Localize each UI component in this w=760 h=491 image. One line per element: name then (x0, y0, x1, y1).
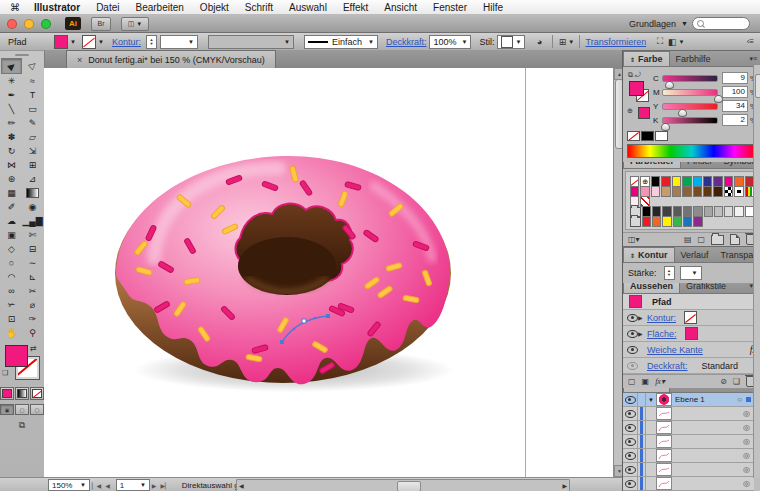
tool-type[interactable]: T (22, 88, 43, 102)
workspace-switcher[interactable]: Grundlagen ▼ (629, 19, 692, 29)
attribute-link[interactable]: Fläche: (647, 329, 677, 339)
menu-item-hilfe[interactable]: Hilfe (475, 2, 511, 13)
tool-eyedropper[interactable]: ✐ (1, 200, 22, 214)
none-swatch[interactable] (627, 131, 640, 141)
donut-artwork[interactable] (44, 68, 613, 477)
zoom-window-button[interactable] (41, 19, 51, 29)
appearance-row[interactable]: Deckkraft:Standard (623, 358, 760, 374)
edit-column[interactable] (638, 477, 646, 490)
anchor-point[interactable] (326, 314, 330, 318)
tool-magic-wand[interactable]: ✳ (1, 74, 22, 88)
close-window-button[interactable] (7, 19, 17, 29)
edit-column[interactable] (638, 407, 646, 420)
clear-appearance-icon[interactable]: ⊘ (720, 377, 727, 386)
menu-item-effekt[interactable]: Effekt (335, 2, 376, 13)
last-artboard-button[interactable]: ▶▏ (158, 482, 171, 489)
collapse-control-bar-icon[interactable]: ‹≡ (747, 37, 754, 46)
tool-slice[interactable]: ✄ (22, 228, 43, 242)
tool-perspective-grid[interactable]: ⊿ (22, 172, 43, 186)
new-art-basic-icon[interactable]: ▣ (642, 377, 650, 386)
tool-curvature[interactable]: ∼ (22, 256, 43, 270)
gradient-mode-button[interactable] (15, 387, 29, 400)
tab-verlauf[interactable]: Verlauf (675, 248, 715, 262)
path-row[interactable]: ◎ (623, 407, 754, 421)
expand-arrow-icon[interactable]: ▶ (638, 330, 647, 337)
arrange-button[interactable]: ◧▼ (668, 35, 684, 48)
apple-menu-icon[interactable]: ⌘ (0, 2, 26, 13)
tool-spiral[interactable]: ∞ (1, 284, 22, 298)
tool-gradient[interactable] (22, 186, 43, 200)
visibility-eye-icon[interactable] (627, 362, 638, 370)
scroll-left-arrow[interactable]: ◀ (239, 482, 244, 489)
stroke-weight-combo[interactable]: ▼ (160, 35, 198, 49)
tool-anchor-point[interactable]: ⊾ (22, 270, 43, 284)
visibility-eye-icon[interactable] (627, 346, 638, 354)
visibility-eye-icon[interactable] (627, 314, 638, 322)
layers-scrollbar[interactable] (753, 65, 760, 478)
tab-kontur[interactable]: ⇕Kontur (623, 247, 675, 262)
swatch-libraries-icon[interactable]: ◫▾ (628, 235, 640, 244)
horizontal-scrollbar[interactable]: ◀ ▶ (236, 479, 570, 491)
swatch-options-icon[interactable]: ▢ (697, 235, 705, 244)
add-effect-icon[interactable]: fx▾ (655, 377, 665, 386)
swatch-cell[interactable] (673, 216, 682, 227)
swap-fill-stroke-icon[interactable]: ⇄ (30, 344, 37, 353)
first-artboard-button[interactable]: ▏◀ (90, 482, 103, 489)
canvas[interactable] (44, 68, 613, 477)
tool-perspective-selection[interactable]: ◇ (1, 242, 22, 256)
next-artboard-button[interactable]: ▶ (150, 482, 159, 489)
edit-column[interactable] (638, 435, 646, 448)
tool-column-graph[interactable]: ▁▄▇ (22, 214, 43, 228)
tool-width[interactable]: ⋈ (1, 158, 22, 172)
path-row[interactable]: ◎ (623, 477, 754, 491)
new-color-group-icon[interactable] (711, 235, 724, 245)
brush-definition-combo[interactable]: Einfach ▼ (304, 35, 378, 49)
slider-knob[interactable] (661, 123, 670, 131)
color-mode-button[interactable] (0, 387, 14, 400)
target-circle-icon[interactable]: ○ (737, 395, 742, 404)
tool-mesh[interactable]: ▦ (1, 186, 22, 200)
color-spectrum-bar[interactable] (627, 144, 757, 158)
default-fill-stroke-icon[interactable]: ❏ (2, 369, 8, 377)
tool-free-transform[interactable]: ⊞ (22, 158, 43, 172)
tool-knife[interactable]: ✃ (1, 298, 22, 312)
document-tab[interactable]: × Donut fertig.ai* bei 150 % (CMYK/Vorsc… (66, 50, 276, 68)
target-circle-icon[interactable]: ◎ (743, 409, 750, 418)
visibility-column[interactable] (623, 449, 638, 462)
stroke-color-picker[interactable]: ▼ (82, 35, 104, 49)
stroke-panel-link[interactable]: Kontur: (112, 37, 141, 47)
stroke-weight-stepper[interactable]: ▲▼ (146, 35, 157, 49)
slider-track[interactable] (662, 89, 718, 96)
visibility-column[interactable] (623, 477, 638, 490)
slider-value[interactable]: 2 (722, 114, 748, 126)
visibility-column[interactable] (623, 393, 638, 406)
visibility-column[interactable] (623, 435, 638, 448)
slider-knob[interactable] (678, 109, 687, 117)
visibility-eye-icon[interactable] (627, 330, 638, 338)
tool-pencil[interactable]: ✎ (22, 116, 43, 130)
tool-selection[interactable]: ▶ (1, 58, 22, 74)
edit-column[interactable] (638, 449, 646, 462)
horizontal-scroll-thumb[interactable] (397, 481, 421, 491)
panel-menu-icon[interactable]: ▾≡ (745, 55, 760, 63)
attribute-link[interactable]: Deckkraft: (647, 361, 688, 371)
tool-rectangle[interactable]: ▭ (22, 102, 43, 116)
visibility-column[interactable] (623, 407, 638, 420)
tool-blob-brush[interactable]: ✽ (1, 130, 22, 144)
edit-column[interactable] (638, 421, 646, 434)
target-circle-icon[interactable]: ◎ (743, 465, 750, 474)
path-row[interactable]: ◎ (623, 449, 754, 463)
path-row[interactable]: ◎ (623, 463, 754, 477)
artboard-number-combo[interactable]: 1 ▼ (116, 479, 150, 491)
tool-eraser[interactable]: ▱ (22, 130, 43, 144)
tool-arc[interactable]: ◠ (1, 270, 22, 284)
edit-column[interactable] (638, 463, 646, 476)
slider-value[interactable]: 34 (722, 100, 748, 112)
toolbar-drag-handle[interactable] (0, 51, 44, 58)
recolor-artwork-button[interactable]: ◕ (531, 35, 547, 48)
slider-track[interactable] (662, 103, 718, 110)
previous-artboard-button[interactable]: ◀ (103, 482, 112, 489)
swatch-cell[interactable] (683, 216, 692, 227)
tab-farbhilfe[interactable]: Farbhilfe (670, 52, 717, 66)
menu-item-datei[interactable]: Datei (88, 2, 127, 13)
